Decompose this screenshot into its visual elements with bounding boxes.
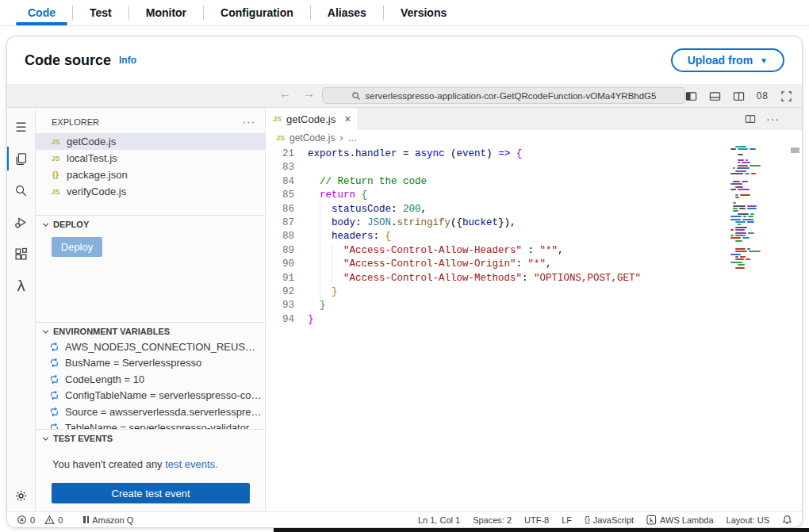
minimap-segment xyxy=(735,227,747,228)
test-events-link[interactable]: test events. xyxy=(165,458,217,470)
file-item[interactable]: JSlocalTest.js xyxy=(36,150,265,166)
js-file-icon: JS xyxy=(273,115,282,123)
minimap-row xyxy=(730,267,761,269)
file-item[interactable]: JSgetCode.js xyxy=(36,133,265,150)
runtime-indicator[interactable]: AWS Lambda xyxy=(646,515,713,525)
upload-from-button[interactable]: Upload from ▼ xyxy=(671,48,784,72)
indentation[interactable]: Spaces: 2 xyxy=(473,515,512,525)
minimap[interactable] xyxy=(730,146,761,282)
code-token: "*" xyxy=(540,245,558,256)
json-file-icon: {} xyxy=(49,170,62,179)
layout-badge[interactable]: 08 xyxy=(757,90,769,101)
deploy-button[interactable]: Deploy xyxy=(52,237,102,257)
minimap-segment xyxy=(737,167,750,169)
env-var-item[interactable]: TableName = serverlesspresso-validator xyxy=(36,420,265,430)
amazon-q-label: Amazon Q xyxy=(92,515,133,525)
toggle-sidebar-icon[interactable] xyxy=(685,90,697,102)
extensions-activity-button[interactable] xyxy=(7,238,36,270)
line-number: 89 xyxy=(266,244,294,258)
env-var-item[interactable]: Source = awsserverlessda.serverlesspress… xyxy=(36,404,265,420)
split-editor-icon[interactable] xyxy=(745,113,756,124)
breadcrumb[interactable]: JS getCode.js › … xyxy=(266,130,802,145)
tab-label: getCode.js xyxy=(286,113,335,125)
code-line-text: // Return the code xyxy=(308,175,427,189)
explorer-section: EXPLORER ··· JSgetCode.jsJSlocalTest.js{… xyxy=(36,108,265,215)
minimap-row xyxy=(730,254,761,255)
editor-group-actions: ··· xyxy=(745,108,802,130)
indent-guide xyxy=(308,175,320,189)
code-token: : xyxy=(522,273,534,284)
problems-warnings[interactable]: 0 xyxy=(44,515,63,525)
info-link[interactable]: Info xyxy=(119,55,136,66)
file-name: getCode.js xyxy=(67,136,116,147)
minimap-segment xyxy=(742,219,753,220)
breadcrumb-symbol: … xyxy=(347,132,357,144)
language-mode[interactable]: {} JavaScript xyxy=(585,515,634,525)
close-icon[interactable]: × xyxy=(340,113,351,125)
tab-versions[interactable]: Versions xyxy=(384,0,463,25)
settings-button[interactable] xyxy=(7,480,36,511)
create-test-event-button[interactable]: Create test event xyxy=(52,483,250,503)
search-icon xyxy=(351,91,361,101)
toggle-panel-icon[interactable] xyxy=(709,90,721,102)
file-item[interactable]: {}package.json xyxy=(36,166,265,183)
eol-sequence[interactable]: LF xyxy=(562,515,572,525)
run-debug-icon xyxy=(14,216,28,229)
more-actions-icon[interactable]: ··· xyxy=(766,113,780,125)
more-actions-icon[interactable]: ··· xyxy=(243,116,255,128)
tab-aliases[interactable]: Aliases xyxy=(311,0,383,25)
runtime-label: AWS Lambda xyxy=(660,515,713,525)
env-var-icon xyxy=(49,342,59,352)
env-var-icon xyxy=(49,374,59,385)
tab-code[interactable]: Code xyxy=(11,0,72,25)
minimap-row xyxy=(730,221,761,223)
encoding[interactable]: UTF-8 xyxy=(524,515,549,525)
run-debug-activity-button[interactable] xyxy=(7,206,36,238)
env-var-item[interactable]: CodeLength = 10 xyxy=(36,371,265,388)
fullscreen-icon[interactable] xyxy=(780,90,792,102)
minimap-segment xyxy=(738,264,745,266)
env-var-item[interactable]: ConfigTableName = serverlesspresso-confi… xyxy=(36,388,265,404)
indent-guide xyxy=(320,203,332,216)
test-events-section-header[interactable]: TEST EVENTS xyxy=(36,430,265,446)
search-activity-button[interactable] xyxy=(7,174,36,206)
command-center-search[interactable]: serverlesspresso-application-cor-GetQRco… xyxy=(322,87,685,104)
minimap-row xyxy=(730,258,761,260)
file-item[interactable]: JSverifyCode.js xyxy=(36,183,265,200)
amazon-q-status[interactable]: Amazon Q xyxy=(83,515,133,525)
notifications-bell[interactable] xyxy=(782,515,792,525)
code-line-text: statusCode: 200, xyxy=(308,203,427,216)
activity-bar: ☰ λ xyxy=(7,108,36,511)
tab-configuration[interactable]: Configuration xyxy=(204,0,310,25)
code-editor[interactable]: 21exports.handler = async (event) => {83… xyxy=(266,145,802,511)
aws-lambda-activity-button[interactable]: λ xyxy=(7,270,36,301)
deploy-section-header[interactable]: DEPLOY xyxy=(36,216,265,232)
back-arrow-icon[interactable]: ← xyxy=(279,86,291,100)
code-token xyxy=(510,148,516,159)
minimap-segment xyxy=(730,216,742,217)
split-layout-icon[interactable] xyxy=(733,90,745,102)
minimap-segment xyxy=(748,232,753,234)
menu-button[interactable]: ☰ xyxy=(7,111,36,143)
tab-test[interactable]: Test xyxy=(73,0,128,25)
minimap-segment xyxy=(735,146,746,147)
forward-arrow-icon[interactable]: → xyxy=(303,86,315,100)
scrollbar-thumb[interactable] xyxy=(791,147,799,153)
tab-monitor[interactable]: Monitor xyxy=(129,0,203,25)
code-token: event xyxy=(457,148,487,159)
problems-errors[interactable]: 0 xyxy=(17,515,35,525)
env-var-item[interactable]: AWS_NODEJS_CONNECTION_REUSE_ENA... xyxy=(36,339,265,355)
minimap-row xyxy=(730,248,761,250)
tab-getcode-js[interactable]: JS getCode.js × xyxy=(266,108,358,130)
env-section-header[interactable]: ENVIRONMENT VARIABLES xyxy=(36,323,265,339)
keyboard-layout[interactable]: Layout: US xyxy=(727,515,769,525)
aws-lambda-icon xyxy=(646,515,657,525)
minimap-segment xyxy=(735,229,745,231)
cursor-position[interactable]: Ln 1, Col 1 xyxy=(418,515,460,525)
page-title: Code source xyxy=(25,52,111,69)
minimap-row xyxy=(730,237,761,239)
minimap-row xyxy=(730,146,761,147)
env-var-item[interactable]: BusName = Serverlesspresso xyxy=(36,355,265,372)
explorer-activity-button[interactable] xyxy=(7,143,36,174)
code-token: { xyxy=(385,231,392,242)
